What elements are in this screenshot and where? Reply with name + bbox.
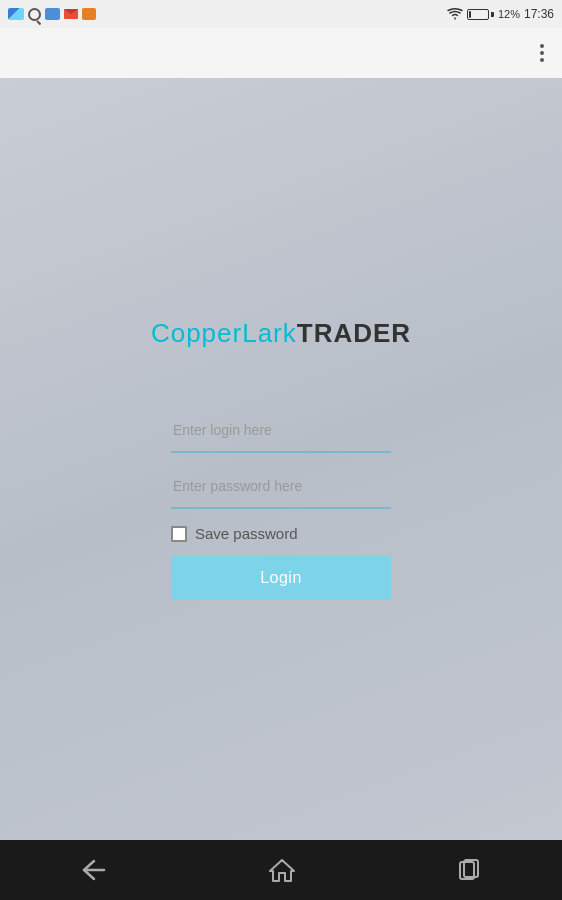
more-options-button[interactable] (534, 38, 550, 68)
login-form: Save password Login (171, 409, 391, 600)
search-icon (28, 8, 41, 21)
save-password-label[interactable]: Save password (195, 525, 298, 542)
clock: 17:36 (524, 7, 554, 21)
save-password-row: Save password (171, 525, 391, 542)
status-bar-right: 12% 17:36 (447, 7, 554, 21)
recents-icon (456, 858, 482, 882)
logo-copper-lark: CopperLark (151, 318, 297, 348)
home-button[interactable] (249, 848, 315, 892)
tag-icon (82, 8, 96, 20)
status-bar-left (8, 8, 96, 21)
save-password-checkbox[interactable] (171, 526, 187, 542)
logo-trader: TRADER (297, 318, 411, 348)
action-bar (0, 28, 562, 78)
main-content: CopperLarkTRADER Save password Login (0, 78, 562, 840)
home-icon (269, 858, 295, 882)
login-input[interactable] (171, 409, 391, 453)
wifi-icon (447, 8, 463, 20)
recents-button[interactable] (436, 848, 502, 892)
login-button[interactable]: Login (171, 556, 391, 600)
password-input[interactable] (171, 465, 391, 509)
screenshot-icon (45, 8, 60, 20)
svg-marker-1 (270, 860, 294, 881)
back-button[interactable] (60, 849, 128, 891)
back-icon (80, 859, 108, 881)
gallery-icon (8, 8, 24, 20)
nav-bar (0, 840, 562, 900)
status-bar: 12% 17:36 (0, 0, 562, 28)
app-logo: CopperLarkTRADER (151, 318, 411, 349)
logo-container: CopperLarkTRADER (151, 318, 411, 349)
battery-percent: 12% (498, 8, 520, 20)
battery-indicator (467, 9, 494, 20)
mail-icon (64, 9, 78, 19)
